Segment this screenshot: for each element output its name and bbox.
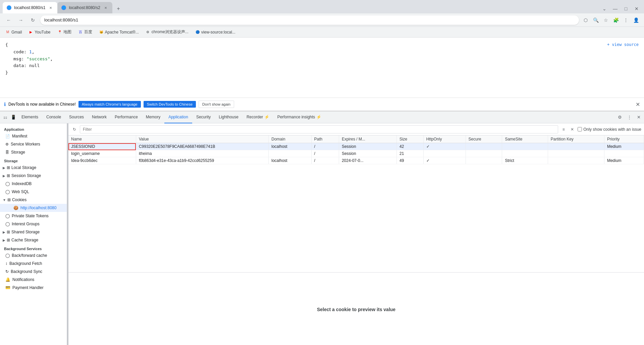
row1-samesite (502, 143, 548, 150)
row2-priority (604, 150, 644, 157)
sidebar-item-indexeddb[interactable]: ◯ IndexedDB (0, 180, 67, 188)
tab-network[interactable]: Network (88, 111, 111, 123)
bookmark-youtube[interactable]: ▶ YouTube (26, 29, 53, 35)
sidebar-group-shared-storage[interactable]: ▶ ⊞ Shared Storage (0, 228, 67, 236)
row3-domain: localhost (269, 157, 311, 164)
tab-lighthouse[interactable]: Lighthouse (215, 111, 243, 123)
tab-perf-insights[interactable]: Performance insights ⚡ (273, 111, 325, 123)
bookmark-gmail[interactable]: M Gmail (3, 29, 24, 35)
notification-close[interactable]: ✕ (636, 101, 640, 108)
bookmark-map[interactable]: 📍 地图 (55, 28, 74, 36)
cache-storage-chevron: ▶ (3, 238, 5, 242)
row1-expires: Session (339, 143, 396, 150)
back-button[interactable]: ← (4, 15, 13, 25)
match-language-button[interactable]: Always match Chrome's language (78, 101, 141, 108)
sidebar-item-bg-sync[interactable]: ↻ Background Sync (0, 268, 67, 276)
manifest-label: Manifest (12, 134, 27, 138)
dont-show-button[interactable]: Don't show again (199, 101, 234, 108)
service-workers-icon: ⚙ (5, 142, 9, 147)
table-row[interactable]: login_username itheima / Session 21 (68, 150, 644, 157)
sidebar-group-cookies[interactable]: ▼ ⊞ Cookies (0, 196, 67, 204)
tab-2[interactable]: 🌐 localhost:8080/s2 ✕ (57, 2, 112, 13)
bookmark-icon[interactable]: ☆ (602, 16, 610, 24)
tab-performance[interactable]: Performance (111, 111, 142, 123)
row2-secure (466, 150, 502, 157)
tab-sources[interactable]: Sources (65, 111, 88, 123)
tab-2-favicon: 🌐 (61, 5, 66, 10)
tab-elements[interactable]: Elements (17, 111, 42, 123)
switch-chinese-button[interactable]: Switch DevTools to Chinese (144, 101, 196, 108)
forward-button[interactable]: → (16, 15, 25, 25)
sidebar-item-private-state-tokens[interactable]: ◯ Private State Tokens (0, 212, 67, 220)
bookmark-viewsource[interactable]: 🔵 view-source:local... (193, 29, 238, 35)
devtools-toggle-icon[interactable]: ⚏ (1, 113, 9, 121)
filter-icon[interactable]: ≡ (560, 126, 567, 133)
tab-application[interactable]: Application (164, 111, 192, 123)
col-size: Size (396, 135, 423, 143)
search-icon[interactable]: 🔍 (592, 16, 600, 24)
devtools-settings-icon[interactable]: ⚙ (616, 113, 624, 121)
sidebar-item-manifest[interactable]: 📄 Manifest (0, 132, 67, 140)
only-issues-checkbox[interactable] (578, 127, 582, 131)
col-name: Name (68, 135, 136, 143)
sidebar-group-cache-storage[interactable]: ▶ ⊞ Cache Storage (0, 236, 67, 244)
col-samesite: SameSite (502, 135, 548, 143)
only-issues-label[interactable]: Only show cookies with an issue (578, 127, 641, 132)
tab-security[interactable]: Security (192, 111, 215, 123)
devtools-device-icon[interactable]: 📱 (9, 113, 17, 121)
sidebar-item-web-sql[interactable]: ◯ Web SQL (0, 188, 67, 196)
row1-path: / (311, 143, 339, 150)
col-secure: Secure (466, 135, 502, 143)
storage-icon: 🗄 (5, 150, 9, 154)
chrome-icon: ⚙ (146, 30, 150, 35)
sidebar-item-storage[interactable]: 🗄 Storage (0, 148, 67, 156)
clear-filter-button[interactable]: ✕ (569, 126, 576, 133)
maximize-button[interactable]: □ (621, 4, 631, 13)
row1-value: C99320E2E5078F9CA8EA6687498E741B (136, 143, 268, 150)
tab-memory[interactable]: Memory (142, 111, 164, 123)
tab-1[interactable]: 🌐 localhost:8080/s1 ✕ (3, 2, 57, 13)
cookie-table-container: Name Value Domain Path Expires / M... Si… (68, 135, 644, 272)
bookmark-map-label: 地图 (63, 29, 71, 35)
table-row[interactable]: JSESSIONID C99320E2E5078F9CA8EA6687498E7… (68, 143, 644, 150)
sidebar-group-session-storage[interactable]: ▶ ⊞ Session Storage (0, 172, 67, 180)
bg-sync-label: Background Sync (11, 269, 42, 274)
close-window-button[interactable]: ✕ (632, 4, 641, 13)
extensions-icon[interactable]: 🧩 (612, 16, 620, 24)
profile-icon[interactable]: 👤 (632, 16, 640, 24)
sidebar-item-localhost[interactable]: 🍪 http://localhost:8080 (0, 204, 67, 212)
sidebar-item-service-workers[interactable]: ⚙ Service Workers (0, 140, 67, 148)
payment-icon: 💳 (5, 285, 10, 290)
tab-search-button[interactable]: ⌄ (600, 4, 609, 13)
tab-console[interactable]: Console (42, 111, 65, 123)
tab-recorder[interactable]: Recorder ⚡ (243, 111, 273, 123)
tab-1-close[interactable]: ✕ (48, 5, 53, 10)
row2-size: 21 (396, 150, 423, 157)
bookmark-chrome[interactable]: ⚙ chrome浏览器设声... (143, 28, 191, 36)
view-source-link[interactable]: + view source (607, 42, 639, 48)
bookmark-tomcat[interactable]: 🐱 Apache Tomcat®... (96, 29, 142, 35)
sidebar-item-bg-fetch[interactable]: ↕ Background Fetch (0, 260, 67, 268)
table-row[interactable]: Idea-9ccb6dec f0b863d4-e31e-43ca-a1b9-42… (68, 157, 644, 164)
sidebar-item-back-forward[interactable]: ◯ Back/forward cache (0, 251, 67, 260)
devtools-close-icon[interactable]: ✕ (635, 113, 643, 121)
sidebar-item-payment-handler[interactable]: 💳 Payment Handler (0, 284, 67, 292)
bookmark-baidu[interactable]: 百 百度 (75, 28, 95, 36)
devtools-right-controls: ⚙ ⋮ ✕ (616, 113, 643, 121)
menu-icon[interactable]: ⋮ (622, 16, 630, 24)
row2-samesite (502, 150, 548, 157)
tomcat-icon: 🐱 (99, 30, 104, 35)
localhost-cookie-icon: 🍪 (13, 206, 18, 210)
tab-2-close[interactable]: ✕ (103, 5, 108, 10)
devtools-more-icon[interactable]: ⋮ (625, 113, 633, 121)
sidebar-item-interest-groups[interactable]: ◯ Interest Groups (0, 220, 67, 228)
sidebar-item-notifications[interactable]: 🔔 Notifications (0, 276, 67, 284)
sidebar-group-local-storage[interactable]: ▶ ⊞ Local Storage (0, 164, 67, 172)
new-tab-button[interactable]: + (114, 4, 123, 13)
filter-input[interactable] (80, 125, 558, 133)
refresh-button[interactable]: ↻ (71, 126, 78, 133)
cast-icon[interactable]: ⬡ (582, 16, 590, 24)
minimize-button[interactable]: — (610, 4, 620, 13)
address-input[interactable] (40, 15, 579, 25)
reload-button[interactable]: ↻ (28, 15, 38, 25)
